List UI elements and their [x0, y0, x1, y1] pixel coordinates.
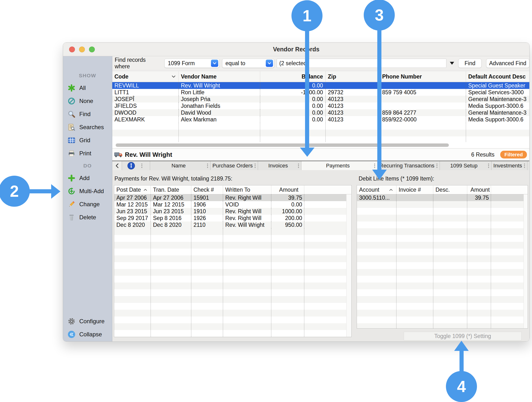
cell-zip: 29732 [325, 89, 380, 96]
column-header-zip[interactable]: Zip [325, 71, 380, 82]
column-header-vendor-name[interactable]: Vendor Name [178, 71, 260, 82]
tab-drag-handle-icon [141, 165, 142, 166]
sidebar-item-configure[interactable]: Configure [63, 315, 112, 328]
trash-icon [67, 213, 76, 221]
field-select[interactable]: 1099 Form [164, 59, 219, 68]
sidebar: SHOW All None Find [63, 56, 112, 341]
main-panel: Find records where 1099 Form equal to [112, 56, 529, 341]
tab-label: Name [150, 163, 207, 169]
sidebar-item-find[interactable]: Find [63, 108, 112, 121]
column-header-check[interactable]: Check # [191, 185, 223, 194]
payments-caption: Payments for Rev. Will Wright, totaling … [114, 175, 232, 182]
vendor-row[interactable]: DWOOD David Wood 0.00 40123 859 864 2277… [112, 109, 529, 116]
find-button[interactable]: Find [458, 59, 482, 68]
none-icon [67, 97, 76, 105]
column-header-invoice[interactable]: Invoice # [396, 185, 433, 194]
column-header-balance[interactable]: Balance [260, 71, 325, 82]
sidebar-item-searches[interactable]: Searches [63, 121, 112, 134]
payment-row[interactable]: Sep 29 2017 Sep 8 2016 1926 Rev. Right W… [114, 215, 351, 221]
toggle-1099-setting-button[interactable]: Toggle 1099 (*) Setting [404, 332, 522, 340]
operator-select[interactable]: equal to [222, 59, 274, 68]
vendor-row[interactable]: ALEXMARK Alex Markman 0.00 40123 859/922… [112, 116, 529, 123]
tab-info[interactable] [122, 161, 150, 170]
payments-table-header: Post Date Tran. Date Check # Written To … [114, 185, 351, 194]
debit-row[interactable]: 3000.5110... 39.75 [357, 194, 528, 201]
column-header-code[interactable]: Code [112, 71, 178, 82]
find-value-input[interactable] [277, 59, 447, 68]
payment-row[interactable]: Apr 27 2006 Apr 27 2006 15901 Rev. Right… [114, 194, 351, 201]
sidebar-item-delete[interactable]: Delete [63, 211, 112, 224]
gear-icon [67, 317, 76, 325]
cell-amount: 39.75 [271, 194, 304, 201]
sidebar-item-add[interactable]: Add [63, 172, 112, 185]
vendor-row[interactable]: REVWILL Rev. Will Wright 0.00 Special Gu… [112, 82, 529, 89]
find-toolbar: Find records where 1099 Form equal to [112, 56, 529, 71]
vendor-table-body: REVWILL Rev. Will Wright 0.00 Special Gu… [112, 82, 529, 123]
sidebar-item-label: Searches [79, 124, 104, 131]
vendor-row[interactable]: JFIELDS Jonathan Fields 0.00 40123 Media… [112, 102, 529, 109]
cell-zip: 40123 [325, 96, 380, 102]
column-header-default-account[interactable]: Default Account Desc [466, 71, 529, 82]
debit-vertical-scrollbar[interactable] [524, 194, 528, 328]
column-header-label: Phone Number [382, 73, 422, 80]
payment-row[interactable]: Dec 8 2020 Dec 8 2020 2110 Rev. Will Wri… [114, 221, 351, 228]
sidebar-item-all[interactable]: All [63, 81, 112, 95]
cell-phone: 859 864 2277 [380, 109, 466, 116]
tab-label: Invoices [258, 163, 298, 169]
cell-balance: 0.00 [260, 116, 325, 123]
column-header-amount[interactable]: Amount [271, 185, 304, 194]
payment-row[interactable]: Jun 23 2015 Jun 23 2015 1910 Rev. Right … [114, 208, 351, 215]
filtered-badge[interactable]: Filtered [500, 151, 527, 158]
payments-vertical-scrollbar[interactable] [346, 194, 351, 337]
cell-zip: 40123 [325, 116, 380, 123]
sidebar-item-grid[interactable]: Grid [63, 134, 112, 147]
detail-tab[interactable]: Invoices [258, 161, 301, 170]
callout-1-arrowhead [300, 148, 314, 157]
detail-tab[interactable]: Purchase Orders [210, 161, 258, 170]
sidebar-item-label: Configure [79, 318, 105, 325]
cell-tran-date: Jun 23 2015 [151, 208, 191, 215]
column-header-post-date[interactable]: Post Date [114, 185, 151, 194]
sidebar-item-none[interactable]: None [63, 95, 112, 108]
callout-2-badge: 2 [0, 176, 30, 207]
sidebar-item-multi-add[interactable]: Multi-Add [63, 185, 112, 198]
vendor-row[interactable]: JOSEPÎ Joseph Pńa 0.00 40123 General Mai… [112, 96, 529, 102]
recent-searches-caret-icon[interactable] [450, 62, 454, 65]
detail-tab[interactable]: Recurring Transactions [378, 161, 440, 170]
detail-tab[interactable]: Us [527, 161, 530, 170]
cell-zip: 40123 [325, 109, 380, 116]
payment-row[interactable]: Mar 12 2015 Mar 12 2015 1906 VOID 0.00 [114, 201, 351, 208]
detail-tab[interactable]: Payments [301, 161, 378, 170]
advanced-find-button[interactable]: Advanced Find [486, 59, 529, 68]
detail-tab[interactable]: Name [150, 161, 210, 170]
sidebar-item-label: All [79, 85, 86, 91]
cell-vendor-name: Alex Markman [178, 116, 260, 123]
vendor-row[interactable]: LITT1 Ron Little -1000.00 29732 859 759 … [112, 89, 529, 96]
tab-drag-handle-icon [298, 165, 299, 166]
column-header-amount[interactable]: Amount [467, 185, 491, 194]
horizontal-scrollbar-thumb[interactable] [116, 143, 449, 147]
column-header-tran-date[interactable]: Tran. Date [151, 185, 191, 194]
cell-default-account: General Maintenance-3 [466, 109, 529, 116]
sidebar-item-label: Find [79, 111, 91, 118]
tab-label: 1099 Setup [440, 163, 488, 169]
sidebar-item-print[interactable]: Print [63, 147, 112, 160]
column-header-written-to[interactable]: Written To [223, 185, 271, 194]
sidebar-item-label: Multi-Add [79, 188, 104, 195]
detail-tab[interactable]: 1099 Setup [440, 161, 492, 170]
detail-tab[interactable]: Investments [492, 161, 528, 170]
tab-scroll-left-button[interactable] [112, 161, 122, 170]
sidebar-item-collapse[interactable]: Collapse [63, 328, 112, 341]
cell-phone: 859/922-0000 [380, 116, 466, 123]
column-header-blank [304, 185, 351, 194]
cell-post-date: Sep 29 2017 [114, 215, 151, 221]
debit-items-table: Account Invoice # Desc. Amount 3000.511 [357, 185, 528, 329]
sidebar-spacer [63, 224, 112, 315]
column-header-phone[interactable]: Phone Number [380, 71, 466, 82]
column-header-desc[interactable]: Desc. [433, 185, 467, 194]
cell-vendor-name: Rev. Will Wright [178, 82, 260, 89]
sidebar-item-change[interactable]: Change [63, 198, 112, 211]
cell-vendor-name: Joseph Pńa [178, 96, 260, 102]
column-header-account[interactable]: Account [357, 185, 396, 194]
sidebar-item-label: Delete [79, 214, 96, 221]
